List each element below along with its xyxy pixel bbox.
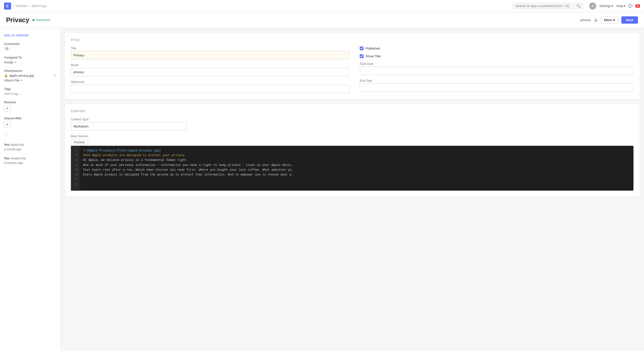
line-numbers: 12345678 bbox=[71, 146, 80, 190]
breadcrumb-chevron-2: › bbox=[29, 4, 30, 8]
help-button[interactable]: Help ▾ bbox=[616, 4, 625, 8]
top-navigation: E › Website › Web Page 🔍 A Settings ▾ He… bbox=[0, 0, 644, 12]
title-field-group: Title bbox=[71, 47, 350, 59]
title-label: Title bbox=[71, 47, 350, 50]
attachment-filename[interactable]: apple-privacy.jpg bbox=[9, 74, 34, 77]
title-section: TITLE Title Route Slideshow bbox=[64, 32, 640, 99]
content-section: CONTENT Content Type Main Section Previe… bbox=[64, 103, 640, 197]
save-button[interactable]: Save bbox=[621, 16, 638, 24]
search-box[interactable]: 🔍 bbox=[513, 3, 583, 9]
activity-2-action: created this bbox=[10, 157, 26, 160]
activity-1-you: You bbox=[4, 143, 10, 147]
title-form-left: Title Route Slideshow bbox=[71, 47, 350, 93]
activity-item-1: You edited this a minute ago bbox=[4, 143, 56, 152]
preview-button[interactable]: Preview bbox=[71, 139, 88, 146]
code-editor[interactable]: 12345678 !![Apple Privacy](/files/apple-… bbox=[71, 146, 634, 191]
settings-button[interactable]: Settings ▾ bbox=[599, 4, 613, 8]
published-label: Published bbox=[36, 18, 50, 22]
heart-icon[interactable]: ♡ bbox=[4, 133, 8, 137]
published-checkbox-row[interactable]: Published bbox=[360, 47, 634, 50]
attachments-label: Attachments bbox=[4, 69, 56, 73]
breadcrumb-chevron-1: › bbox=[13, 4, 14, 8]
slideshow-field-group: Slideshow bbox=[71, 80, 350, 93]
published-checkbox-label: Published bbox=[366, 47, 380, 50]
published-badge: Published bbox=[32, 18, 50, 22]
comments-count: 0 bbox=[4, 47, 10, 51]
start-date-field-group: Start Date bbox=[360, 62, 634, 75]
app-logo: E bbox=[4, 3, 11, 10]
main-layout: See on Website Comments 0 Assigned To As… bbox=[0, 28, 644, 351]
sidebar: See on Website Comments 0 Assigned To As… bbox=[0, 28, 60, 351]
content-type-label: Content Type bbox=[71, 118, 634, 121]
tags-label: Tags bbox=[4, 87, 56, 91]
notification-badge[interactable]: 3 bbox=[635, 4, 640, 8]
breadcrumb: › Website › Web Page bbox=[13, 4, 47, 8]
sidebar-shared-with-section: Shared With + bbox=[4, 117, 56, 128]
title-input[interactable] bbox=[71, 51, 350, 59]
content-form: Content Type Main Section Preview 123456… bbox=[71, 118, 634, 191]
sidebar-tags-section: Tags Add a tag ... bbox=[4, 87, 56, 96]
sidebar-see-on-website[interactable]: See on Website bbox=[4, 33, 56, 37]
chevron-down-icon: ▾ bbox=[612, 4, 613, 8]
reviews-add-button[interactable]: + bbox=[4, 105, 11, 112]
attachment-name: 🔒 apple-privacy.jpg bbox=[4, 74, 34, 77]
start-date-input[interactable] bbox=[360, 67, 634, 75]
assigned-to-label: Assigned To bbox=[4, 56, 56, 59]
sidebar-assigned-to-section: Assigned To Assign + bbox=[4, 56, 56, 64]
chat-button[interactable]: 💬 bbox=[628, 4, 632, 8]
shared-with-label: Shared With bbox=[4, 117, 56, 120]
breadcrumb-website[interactable]: Website bbox=[16, 4, 27, 8]
published-dot bbox=[32, 19, 34, 21]
content-type-input[interactable] bbox=[71, 122, 186, 130]
title-section-label: TITLE bbox=[71, 38, 634, 41]
slideshow-label: Slideshow bbox=[71, 80, 350, 84]
search-icon: 🔍 bbox=[576, 4, 580, 8]
published-checkbox[interactable] bbox=[360, 47, 364, 50]
show-title-checkbox[interactable] bbox=[360, 54, 364, 58]
activity-2-time: 5 minutes ago bbox=[4, 161, 23, 165]
content-section-label: CONTENT bbox=[71, 110, 634, 113]
sidebar-reviews-section: Reviews + bbox=[4, 101, 56, 112]
sidebar-attachments-section: Attachments 🔒 apple-privacy.jpg ✕ Attach… bbox=[4, 69, 56, 82]
see-on-website-link[interactable]: See on Website bbox=[4, 33, 29, 37]
page-slug: privacy bbox=[580, 18, 591, 22]
activity-item-2: You created this 5 minutes ago bbox=[4, 156, 56, 165]
code-lines: !![Apple Privacy](/files/apple-privacy.j… bbox=[80, 146, 633, 190]
menu-button[interactable]: Menu ▾ bbox=[601, 16, 618, 24]
end-date-input[interactable] bbox=[360, 83, 634, 92]
reviews-label: Reviews bbox=[4, 101, 56, 104]
title-form-right: Published Show Title Start Date End Date bbox=[355, 47, 634, 93]
search-input[interactable] bbox=[515, 4, 575, 8]
sidebar-comments-section: Comments 0 bbox=[4, 42, 56, 51]
chevron-down-icon-help: ▾ bbox=[624, 4, 625, 8]
avatar: A bbox=[589, 3, 596, 10]
route-input[interactable] bbox=[71, 68, 350, 76]
attachment-remove-icon[interactable]: ✕ bbox=[53, 74, 56, 77]
breadcrumb-webpage: Web Page bbox=[31, 4, 47, 8]
comments-value-row: 0 bbox=[4, 47, 56, 51]
chat-icon: 💬 bbox=[628, 4, 632, 8]
slideshow-input[interactable] bbox=[71, 85, 350, 93]
attach-file-button[interactable]: Attach File + bbox=[4, 78, 56, 82]
route-field-group: Route bbox=[71, 63, 350, 76]
page-header: Privacy Published privacy 🖨 Menu ▾ Save bbox=[0, 12, 644, 28]
sidebar-heart[interactable]: ♡ bbox=[4, 133, 56, 138]
activity-1-time: a minute ago bbox=[4, 148, 21, 151]
route-label: Route bbox=[71, 63, 350, 67]
activity-2-you: You bbox=[4, 157, 10, 160]
main-section-group: Main Section Preview 12345678 !![Apple P… bbox=[71, 135, 634, 191]
add-tag-button[interactable]: Add a tag ... bbox=[4, 92, 22, 96]
print-icon[interactable]: 🖨 bbox=[594, 18, 598, 22]
content-area: TITLE Title Route Slideshow bbox=[60, 28, 644, 351]
assign-button[interactable]: Assign + bbox=[4, 60, 56, 64]
chevron-down-icon-menu: ▾ bbox=[613, 18, 615, 22]
comments-label: Comments bbox=[4, 42, 56, 46]
page-header-right: privacy 🖨 Menu ▾ Save bbox=[580, 16, 638, 24]
shared-add-button[interactable]: + bbox=[4, 121, 11, 128]
show-title-checkbox-row[interactable]: Show Title bbox=[360, 54, 634, 58]
title-form-grid: Title Route Slideshow Publis bbox=[71, 47, 634, 93]
page-title: Privacy bbox=[6, 16, 29, 24]
start-date-label: Start Date bbox=[360, 62, 634, 66]
main-section-label: Main Section bbox=[71, 135, 634, 138]
activity-log: You edited this a minute ago You created… bbox=[4, 143, 56, 165]
